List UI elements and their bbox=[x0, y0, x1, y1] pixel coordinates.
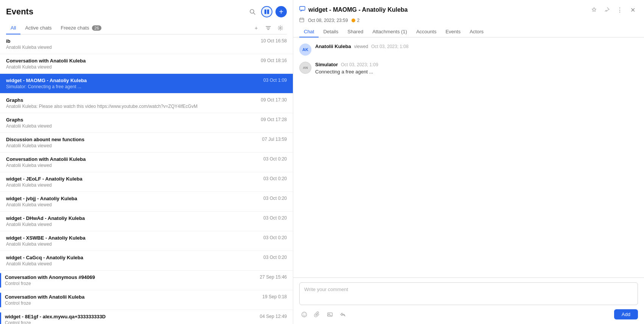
left-panel: Events + bbox=[0, 0, 293, 324]
right-panel: widget - MAOMG - Anatoliy Kuleba ⋮ ✕ bbox=[293, 0, 644, 324]
star-button[interactable] bbox=[589, 5, 599, 15]
chat-icon bbox=[299, 6, 305, 14]
left-header: Events + bbox=[0, 0, 293, 34]
search-button[interactable] bbox=[247, 6, 258, 17]
svg-point-9 bbox=[305, 313, 306, 314]
chat-item[interactable]: widget - DHwAd - Anatoliy Kuleba Anatoli… bbox=[0, 212, 293, 231]
chat-item[interactable]: widget - CaGcq - Anatoliy Kuleba Anatoli… bbox=[0, 251, 293, 271]
comment-input[interactable] bbox=[299, 282, 638, 305]
right-tabs: Chat Details Shared Attachments (1) Acco… bbox=[299, 26, 638, 37]
simulator-avatar: AN bbox=[299, 62, 311, 74]
orange-dot bbox=[352, 19, 355, 22]
chat-item[interactable]: widget - XSWBE - Anatoliy Kuleba Anatoli… bbox=[0, 231, 293, 251]
tab-chat[interactable]: Chat bbox=[299, 26, 319, 37]
svg-rect-6 bbox=[300, 18, 304, 22]
svg-line-1 bbox=[254, 13, 255, 14]
message-row: AK Anatolii Kuleba viewed Oct 03, 2023; … bbox=[299, 44, 638, 56]
emoji-button[interactable] bbox=[299, 310, 309, 319]
conversation-title: widget - MAOMG - Anatoliy Kuleba bbox=[299, 6, 408, 14]
title-actions: + bbox=[247, 6, 287, 17]
chat-item-freeze[interactable]: widget - 8E1gf - alex.mywu.qa+333333333D… bbox=[0, 310, 293, 324]
chat-list: ib Anatolii Kuleba viewed 10 Oct 16:58 C… bbox=[0, 34, 293, 324]
add-comment-button[interactable]: Add bbox=[614, 309, 638, 319]
chat-item[interactable]: Conversation with Anatolii Kuleba Anatol… bbox=[0, 54, 293, 74]
tab-attachments[interactable]: Attachments (1) bbox=[368, 26, 412, 37]
svg-point-4 bbox=[280, 27, 281, 29]
filter-button[interactable] bbox=[263, 23, 273, 33]
chat-item[interactable]: Conversation with Anatolii Kuleba Anatol… bbox=[0, 153, 293, 172]
tab-shared[interactable]: Shared bbox=[343, 26, 368, 37]
right-header: widget - MAOMG - Anatoliy Kuleba ⋮ ✕ bbox=[293, 0, 644, 37]
right-meta: Oct 08, 2023; 23:59 2 bbox=[299, 17, 638, 23]
more-button[interactable]: ⋮ bbox=[614, 5, 625, 15]
chat-content: AK Anatolii Kuleba viewed Oct 03, 2023; … bbox=[293, 37, 644, 277]
chat-item[interactable]: Graphs Anatolii Kuleba: Please also watc… bbox=[0, 93, 293, 113]
right-title-row: widget - MAOMG - Anatoliy Kuleba ⋮ ✕ bbox=[299, 5, 638, 15]
left-title-row: Events + bbox=[6, 6, 287, 17]
pin-button[interactable] bbox=[602, 5, 612, 15]
chat-item-freeze[interactable]: Conversation with Anatolii Kuleba Contro… bbox=[0, 290, 293, 310]
svg-rect-5 bbox=[300, 6, 305, 10]
chat-item-freeze[interactable]: Conversation with Anonymous #94069 Contr… bbox=[0, 271, 293, 290]
tab-freeze-chats[interactable]: Freeze chats 26 bbox=[56, 22, 106, 34]
comment-icons bbox=[299, 310, 348, 319]
tab-all[interactable]: All bbox=[6, 22, 20, 34]
svg-point-8 bbox=[303, 313, 304, 314]
message-content: Anatolii Kuleba viewed Oct 03, 2023; 1:0… bbox=[315, 44, 638, 51]
chat-item[interactable]: widget - JEoLF - Anatoliy Kuleba Anatoli… bbox=[0, 172, 293, 192]
tab-actors[interactable]: Actors bbox=[465, 26, 488, 37]
page-title: Events bbox=[6, 7, 33, 17]
chat-item[interactable]: Graphs Anatolii Kuleba viewed 09 Oct 17:… bbox=[0, 113, 293, 133]
tab-details[interactable]: Details bbox=[319, 26, 343, 37]
close-button[interactable]: ✕ bbox=[627, 5, 638, 15]
chat-item[interactable]: Discussion abount new functions Anatolii… bbox=[0, 133, 293, 153]
comment-box: Add bbox=[293, 277, 644, 324]
attach-button[interactable] bbox=[312, 310, 322, 319]
left-tabs-row: All Active chats Freeze chats 26 + bbox=[6, 22, 287, 34]
image-button[interactable] bbox=[325, 310, 335, 319]
tab-actions: + bbox=[251, 23, 287, 33]
chat-item[interactable]: widget - jvbjj - Anatoliy Kuleba Anatoli… bbox=[0, 192, 293, 212]
tab-events[interactable]: Events bbox=[441, 26, 465, 37]
svg-rect-3 bbox=[267, 9, 269, 14]
reply-button[interactable] bbox=[338, 310, 348, 319]
tab-active-chats[interactable]: Active chats bbox=[20, 22, 56, 34]
chat-item-active[interactable]: widget - MAOMG - Anatoliy Kuleba Simulat… bbox=[0, 74, 293, 93]
comment-toolbar: Add bbox=[299, 309, 638, 319]
calendar-icon bbox=[299, 17, 304, 23]
add-button[interactable]: + bbox=[275, 6, 287, 17]
message-row: AN Simulator Oct 03, 2023; 1:09 Connecti… bbox=[299, 62, 638, 75]
svg-rect-2 bbox=[264, 9, 266, 14]
message-content: Simulator Oct 03, 2023; 1:09 Connecting … bbox=[315, 62, 638, 75]
columns-button[interactable] bbox=[261, 6, 272, 17]
freeze-badge: 26 bbox=[92, 25, 101, 31]
add-chat-button[interactable]: + bbox=[251, 23, 261, 33]
count-badge: 2 bbox=[352, 18, 359, 23]
avatar: AK bbox=[299, 44, 311, 56]
left-tabs: All Active chats Freeze chats 26 bbox=[6, 22, 106, 34]
tab-accounts[interactable]: Accounts bbox=[412, 26, 441, 37]
chat-item[interactable]: ib Anatolii Kuleba viewed 10 Oct 16:58 bbox=[0, 34, 293, 54]
right-actions: ⋮ ✕ bbox=[589, 5, 638, 15]
settings-button[interactable] bbox=[275, 23, 285, 33]
